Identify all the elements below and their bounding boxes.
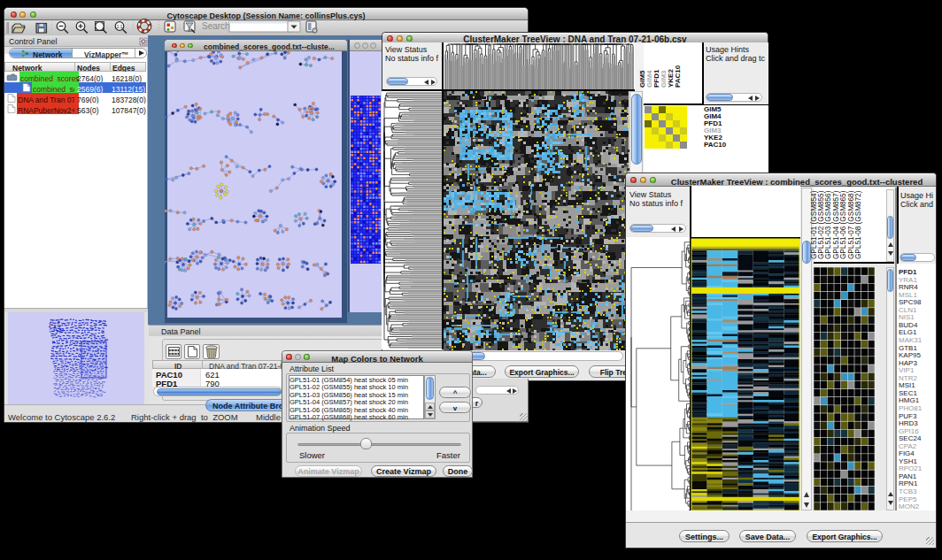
svg-text:Search:: Search:: [202, 21, 232, 31]
